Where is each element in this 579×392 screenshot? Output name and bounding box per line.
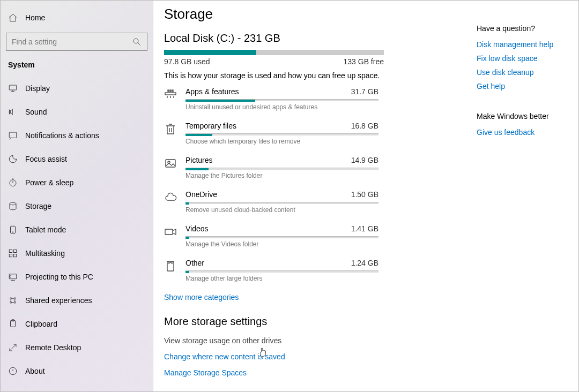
search-icon <box>132 37 142 47</box>
svg-rect-7 <box>9 250 12 252</box>
category-icon <box>164 157 177 170</box>
help-link[interactable]: Disk management help <box>477 40 570 49</box>
category-name: Other <box>185 259 204 267</box>
category-body: Pictures14.9 GBManage the Pictures folde… <box>185 156 378 179</box>
sidebar-item-tablet-mode[interactable]: Tablet mode <box>1 218 153 242</box>
sidebar-item-storage[interactable]: Storage <box>1 194 153 218</box>
home-label: Home <box>25 13 45 22</box>
category-hint: Manage the Pictures folder <box>185 172 378 179</box>
sidebar-item-sound[interactable]: Sound <box>1 100 153 124</box>
nav-icon <box>8 178 18 187</box>
search-box[interactable] <box>6 33 147 51</box>
svg-rect-21 <box>170 90 171 92</box>
page-title: Storage <box>164 6 466 22</box>
nav-icon <box>8 154 18 164</box>
nav-label: Shared experiences <box>25 296 92 305</box>
svg-rect-25 <box>165 229 173 235</box>
storage-category[interactable]: Pictures14.9 GBManage the Pictures folde… <box>164 156 466 179</box>
nav-icon <box>8 366 18 376</box>
category-body: Apps & features31.7 GBUninstall unused o… <box>185 87 378 111</box>
help-panel: Have a question? Disk management helpFix… <box>477 3 578 391</box>
nav-label: Display <box>25 84 50 93</box>
sidebar-item-power-sleep[interactable]: Power & sleep <box>1 171 153 194</box>
storage-category[interactable]: Videos1.41 GBManage the Videos folder <box>164 224 466 248</box>
category-name: Pictures <box>185 156 213 164</box>
storage-category[interactable]: OneDrive1.50 GBRemove unused cloud-backe… <box>164 190 466 214</box>
category-name: Temporary files <box>185 122 236 130</box>
sidebar-item-about[interactable]: About <box>1 359 153 383</box>
category-size: 16.8 GB <box>351 122 378 130</box>
category-icon <box>164 88 177 101</box>
disk-usage-bar <box>164 50 384 55</box>
category-hint: Choose which temporary files to remove <box>185 138 378 145</box>
nav-label: Focus assist <box>25 155 67 163</box>
category-name: OneDrive <box>185 190 217 199</box>
home-button[interactable]: Home <box>1 6 153 29</box>
svg-rect-2 <box>9 132 17 138</box>
show-more-categories-link[interactable]: Show more categories <box>164 293 239 301</box>
nav-label: Power & sleep <box>25 178 73 187</box>
svg-point-15 <box>14 301 16 303</box>
category-body: Temporary files16.8 GBChoose which tempo… <box>185 122 378 145</box>
svg-rect-22 <box>172 90 173 92</box>
nav-label: Remote Desktop <box>25 343 81 352</box>
nav-icon <box>8 319 18 329</box>
storage-category[interactable]: Other1.24 GBManage other large folders <box>164 259 466 282</box>
sidebar-item-clipboard[interactable]: Clipboard <box>1 312 153 336</box>
nav-icon <box>8 272 18 282</box>
category-body: Videos1.41 GBManage the Videos folder <box>185 224 378 248</box>
sidebar-item-display[interactable]: Display <box>1 77 153 100</box>
svg-point-14 <box>10 301 12 303</box>
svg-rect-1 <box>9 85 17 90</box>
svg-point-13 <box>14 298 16 299</box>
category-size: 1.50 GB <box>351 190 378 199</box>
help-link[interactable]: Get help <box>477 82 570 91</box>
nav-icon <box>8 131 18 140</box>
svg-rect-20 <box>168 90 169 92</box>
sidebar-item-focus-assist[interactable]: Focus assist <box>1 147 153 171</box>
svg-rect-5 <box>11 226 16 233</box>
sidebar-item-projecting-to-this-pc[interactable]: Projecting to this PC <box>1 265 153 289</box>
nav-label: Tablet mode <box>25 225 66 234</box>
nav-icon <box>8 225 18 235</box>
nav-label: Clipboard <box>25 320 57 328</box>
nav-label: Projecting to this PC <box>25 273 93 281</box>
category-size: 1.41 GB <box>351 224 378 233</box>
help-link[interactable]: Fix low disk space <box>477 54 570 63</box>
category-name: Apps & features <box>185 87 239 96</box>
more-settings-link[interactable]: View storage usage on other drives <box>164 336 466 345</box>
home-icon <box>8 13 18 22</box>
storage-category[interactable]: Apps & features31.7 GBUninstall unused o… <box>164 87 466 111</box>
category-hint: Manage the Videos folder <box>185 240 378 248</box>
storage-description: This is how your storage is used and how… <box>164 71 466 80</box>
sidebar-item-notifications-actions[interactable]: Notifications & actions <box>1 124 153 147</box>
category-bar <box>185 99 378 101</box>
nav-label: Multitasking <box>25 249 65 258</box>
sidebar-item-multitasking[interactable]: Multitasking <box>1 242 153 265</box>
category-bar <box>185 133 378 135</box>
search-input[interactable] <box>12 37 132 46</box>
make-better-title: Make Windows better <box>477 112 570 120</box>
help-question: Have a question? <box>477 24 570 33</box>
category-hint: Remove unused cloud-backed content <box>185 206 378 214</box>
feedback-link[interactable]: Give us feedback <box>477 128 535 137</box>
svg-rect-9 <box>9 254 12 257</box>
free-label: 133 GB free <box>344 57 384 66</box>
sidebar-item-shared-experiences[interactable]: Shared experiences <box>1 289 153 312</box>
disk-usage-labels: 97.8 GB used 133 GB free <box>164 57 384 66</box>
sidebar-section-system: System <box>1 57 153 77</box>
help-link[interactable]: Use disk cleanup <box>477 68 570 77</box>
category-bar <box>185 236 378 238</box>
storage-category[interactable]: Temporary files16.8 GBChoose which tempo… <box>164 122 466 145</box>
category-icon <box>164 123 177 135</box>
sidebar-item-remote-desktop[interactable]: Remote Desktop <box>1 336 153 359</box>
nav-label: About <box>25 367 45 375</box>
nav-icon <box>8 296 18 305</box>
category-bar <box>185 270 378 273</box>
more-settings-link[interactable]: Manage Storage Spaces <box>164 368 466 377</box>
more-settings-header: More storage settings <box>164 315 466 328</box>
used-label: 97.8 GB used <box>164 57 210 66</box>
more-settings-link[interactable]: Change where new content is saved <box>164 352 466 361</box>
svg-rect-11 <box>9 274 17 279</box>
nav-icon <box>8 201 18 211</box>
